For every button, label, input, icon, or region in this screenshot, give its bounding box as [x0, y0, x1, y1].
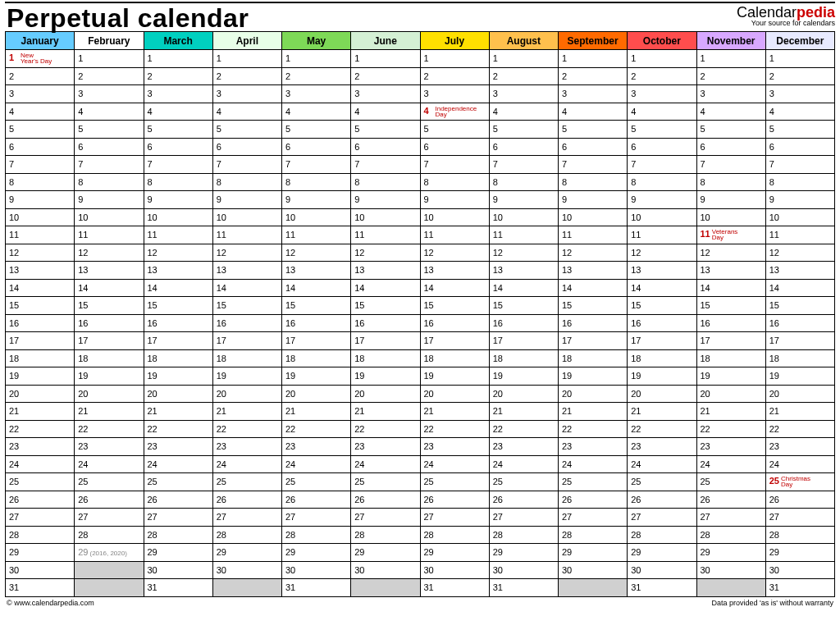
day-cell: [75, 579, 144, 597]
day-cell: 10: [351, 208, 420, 226]
day-cell: 20: [75, 385, 144, 403]
day-cell: 29(2016, 2020): [75, 544, 144, 562]
day-cell: 9: [75, 191, 144, 209]
day-cell: 16: [75, 314, 144, 332]
day-cell: 14: [696, 279, 765, 297]
day-cell: 1: [696, 50, 765, 68]
day-row: 333333333333: [6, 85, 835, 103]
day-cell: 4: [351, 103, 420, 121]
day-cell: 9: [489, 191, 558, 209]
day-cell: 14: [144, 279, 212, 297]
day-cell: 20: [489, 385, 558, 403]
day-cell: 30: [489, 561, 558, 579]
day-cell: 1: [144, 50, 212, 68]
page-title: Perpetual calendar: [5, 3, 249, 31]
day-cell: 4: [75, 103, 144, 121]
day-cell: 18: [420, 349, 489, 367]
day-cell: 16: [6, 314, 75, 332]
day-cell: 9: [6, 191, 75, 209]
day-cell: 19: [351, 367, 420, 386]
day-cell: 27: [765, 509, 834, 527]
day-cell: 3: [420, 85, 489, 103]
month-header-april: April: [212, 32, 281, 50]
day-cell: 8: [75, 173, 144, 191]
day-cell: 17: [489, 332, 558, 350]
day-row: 262626262626262626262626: [6, 491, 835, 509]
day-cell: 3: [144, 85, 212, 103]
day-cell: 18: [696, 349, 765, 367]
day-cell: 26: [559, 491, 628, 509]
day-cell: 27: [628, 509, 696, 527]
day-cell: 24: [144, 455, 212, 473]
day-cell: 26: [420, 491, 489, 509]
day-cell: 16: [696, 314, 765, 332]
day-row: 242424242424242424242424: [6, 455, 835, 473]
day-row: 212121212121212121212121: [6, 403, 835, 421]
day-cell: 16: [489, 314, 558, 332]
day-cell: 25ChristmasDay: [765, 473, 834, 491]
day-cell: 13: [765, 262, 834, 280]
day-cell: 29: [489, 544, 558, 562]
day-cell: 12: [351, 244, 420, 262]
day-cell: 21: [144, 403, 212, 421]
day-cell: 7: [559, 156, 628, 174]
month-header-march: March: [144, 32, 212, 50]
day-row: 121212121212121212121212: [6, 244, 835, 262]
day-cell: 29: [351, 544, 420, 562]
day-cell: 16: [420, 314, 489, 332]
day-cell: 21: [75, 403, 144, 421]
day-cell: 13: [212, 262, 281, 280]
day-cell: 23: [628, 438, 696, 456]
day-cell: 24: [75, 455, 144, 473]
day-cell: 6: [765, 138, 834, 156]
day-cell: 31: [282, 579, 351, 597]
day-cell: 18: [628, 349, 696, 367]
day-cell: 11: [489, 226, 558, 244]
header: Perpetual calendar Calendarpedia Your so…: [5, 2, 835, 31]
day-cell: 27: [75, 509, 144, 527]
month-header-september: September: [559, 32, 628, 50]
month-header-january: January: [6, 32, 75, 50]
day-cell: 19: [212, 367, 281, 386]
day-cell: 19: [696, 367, 765, 386]
day-cell: 7: [212, 156, 281, 174]
day-cell: 16: [282, 314, 351, 332]
day-cell: 28: [212, 526, 281, 544]
day-cell: 8: [6, 173, 75, 191]
day-cell: 9: [351, 191, 420, 209]
day-cell: 10: [6, 208, 75, 226]
day-cell: 6: [351, 138, 420, 156]
day-cell: 10: [489, 208, 558, 226]
day-cell: 26: [765, 491, 834, 509]
day-cell: 31: [628, 579, 696, 597]
day-row: 1111111111111111111111VeteransDay11: [6, 226, 835, 244]
day-cell: 20: [351, 385, 420, 403]
day-cell: 11: [351, 226, 420, 244]
day-cell: 30: [765, 561, 834, 579]
day-cell: 3: [212, 85, 281, 103]
day-cell: 3: [6, 85, 75, 103]
day-cell: 22: [6, 420, 75, 438]
day-cell: 18: [75, 349, 144, 367]
day-cell: 10: [696, 208, 765, 226]
day-cell: 19: [6, 367, 75, 386]
day-row: 202020202020202020202020: [6, 385, 835, 403]
day-cell: 10: [282, 208, 351, 226]
day-cell: 27: [144, 509, 212, 527]
day-cell: 17: [628, 332, 696, 350]
day-cell: 7: [765, 156, 834, 174]
day-cell: 9: [559, 191, 628, 209]
day-cell: 12: [765, 244, 834, 262]
day-cell: 30: [420, 561, 489, 579]
day-cell: 29: [420, 544, 489, 562]
day-cell: 12: [696, 244, 765, 262]
day-cell: 15: [628, 297, 696, 315]
day-cell: 5: [6, 121, 75, 139]
day-cell: 18: [489, 349, 558, 367]
day-cell: 15: [75, 297, 144, 315]
day-cell: 17: [765, 332, 834, 350]
day-cell: 11: [282, 226, 351, 244]
day-cell: 26: [6, 491, 75, 509]
day-cell: 22: [282, 420, 351, 438]
day-cell: 16: [351, 314, 420, 332]
